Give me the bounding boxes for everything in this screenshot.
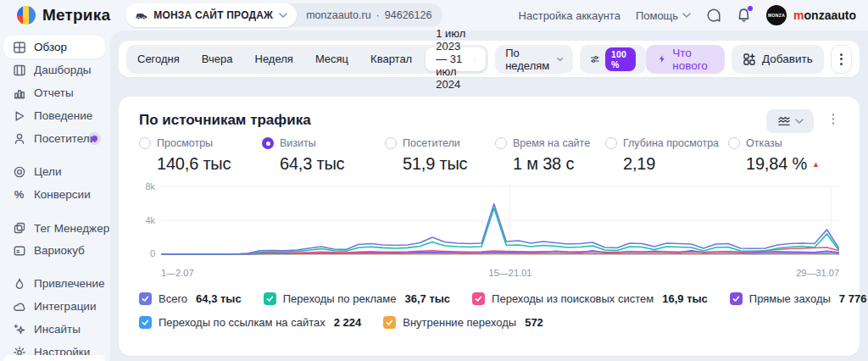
- chevron-down-icon: [557, 57, 564, 62]
- sidebar-item-goals[interactable]: Цели: [3, 160, 105, 183]
- sidebar-collapsed-item[interactable]: [3, 355, 105, 361]
- date-range-value: 1 июл 2023 — 31 июл 2024: [436, 27, 467, 91]
- period-selector: Сегодня Вчера Неделя Месяц Квартал 1 июл…: [126, 45, 488, 74]
- granularity-dropdown[interactable]: По неделям: [495, 45, 573, 74]
- y-tick: 0: [150, 248, 155, 258]
- sampling-badge: 100 %: [605, 47, 636, 71]
- metric-value: 2,19: [623, 154, 728, 174]
- checkbox-checked-icon: [264, 292, 276, 305]
- sparkles-icon: [12, 322, 26, 336]
- car-icon: [135, 11, 147, 20]
- date-range-picker[interactable]: 1 июл 2023 — 31 июл 2024: [426, 47, 486, 71]
- sliders-icon: [590, 53, 600, 66]
- metric-bounce-rate: Отказы 19,84 %▲: [728, 137, 820, 174]
- sidebar-item-integrations[interactable]: Интеграции: [3, 295, 105, 318]
- sidebar: Обзор Дашборды Отчеты Поведение Посетите…: [0, 31, 110, 361]
- variocube-icon: [12, 243, 26, 258]
- period-today[interactable]: Сегодня: [126, 45, 191, 74]
- chevron-down-icon: [279, 13, 287, 18]
- cloud-icon: [12, 299, 26, 314]
- brand-name: Метрика: [42, 6, 110, 25]
- metric-visits: Визиты 64,3 тыс: [262, 137, 385, 174]
- header-right: Настройка аккаунта Помощь MONZA monzaaut…: [519, 5, 856, 25]
- checkbox-checked-icon: [139, 316, 152, 329]
- sidebar-item-label: Обзор: [34, 41, 67, 53]
- chart-legend: Всего 64,3 тыс Переходы по рекламе 36,7 …: [139, 290, 843, 337]
- card-kebab-menu[interactable]: [832, 114, 835, 125]
- card-title: По источникам трафика: [139, 112, 311, 129]
- counter-meta: monzaauto.ru · 94626126: [297, 9, 442, 21]
- radio-icon: [385, 137, 397, 149]
- lightning-icon: [658, 53, 666, 65]
- period-yesterday[interactable]: Вчера: [191, 45, 244, 74]
- add-label: Добавить: [762, 53, 813, 65]
- help-label: Помощь: [636, 9, 678, 22]
- sidebar-item-label: Конверсии: [34, 188, 91, 201]
- sidebar-item-reports[interactable]: Отчеты: [3, 81, 105, 104]
- chart-type-selector[interactable]: [766, 109, 814, 133]
- period-month[interactable]: Месяц: [304, 45, 359, 74]
- sidebar-item-label: Тег Менеджерβ: [34, 220, 114, 235]
- legend-item-site-links[interactable]: Переходы по ссылкам на сайтах 2 224: [139, 316, 361, 329]
- yandex-metrica-app: Метрика МОНЗА САЙТ ПРОДАЖ monzaauto.ru ·…: [0, 0, 868, 361]
- radio-icon: [605, 137, 617, 149]
- period-week[interactable]: Неделя: [244, 45, 304, 74]
- sampling-control[interactable]: 100 %: [580, 45, 646, 74]
- help-menu[interactable]: Помощь: [636, 9, 691, 22]
- metric-radio-row[interactable]: Просмотры: [139, 137, 262, 149]
- metric-radio-row[interactable]: Посетители: [385, 137, 495, 149]
- metrica-logo[interactable]: Метрика: [17, 6, 110, 25]
- sidebar-item-conversions[interactable]: % Конверсии: [3, 183, 105, 206]
- radio-icon: [495, 137, 507, 149]
- period-quarter[interactable]: Квартал: [359, 45, 423, 74]
- metric-pageviews: Просмотры 140,6 тыс: [139, 137, 262, 174]
- dashboards-icon: [12, 63, 26, 77]
- tag-manager-icon: [12, 220, 26, 235]
- add-widget-button[interactable]: Добавить: [732, 45, 824, 74]
- checkbox-checked-icon: [472, 292, 485, 305]
- sidebar-item-label: Привлечение: [34, 277, 105, 290]
- whats-new-label: Что нового: [672, 47, 713, 72]
- chevron-down-icon: [474, 57, 476, 62]
- metric-radio-row[interactable]: Визиты: [262, 137, 385, 149]
- sidebar-item-acquisition[interactable]: Привлечение: [3, 272, 105, 295]
- avatar[interactable]: MONZA: [766, 5, 787, 25]
- whats-new-button[interactable]: Что нового: [646, 45, 725, 74]
- visitors-notification-dot: [92, 136, 97, 142]
- sidebar-item-label: Инсайты: [34, 323, 81, 336]
- sidebar-item-insights[interactable]: Инсайты: [3, 318, 105, 341]
- counter-id: 94626126: [385, 9, 432, 21]
- metric-radio-row[interactable]: Время на сайте: [495, 137, 605, 149]
- sidebar-item-tag-manager[interactable]: Тег Менеджерβ: [3, 216, 105, 239]
- chat-bubble-icon: [706, 8, 721, 23]
- legend-item-internal[interactable]: Внутренние переходы 572: [383, 316, 543, 329]
- metric-radio-row[interactable]: Глубина просмотра: [605, 137, 728, 149]
- counter-selector[interactable]: МОНЗА САЙТ ПРОДАЖ: [125, 3, 297, 27]
- account-settings-link[interactable]: Настройка аккаунта: [519, 9, 620, 22]
- metric-radio-row[interactable]: Отказы: [728, 137, 820, 149]
- behavior-play-icon: [12, 108, 26, 123]
- notifications-button[interactable]: [737, 8, 751, 23]
- metric-value: 64,3 тыс: [280, 154, 385, 174]
- y-axis: 8k 4k 0: [139, 181, 161, 281]
- legend-item-direct[interactable]: Прямые заходы 7 776: [730, 292, 867, 305]
- sidebar-item-behavior[interactable]: Поведение: [3, 104, 105, 127]
- legend-item-total[interactable]: Всего 64,3 тыс: [139, 292, 242, 305]
- line-chart-svg: [161, 181, 839, 263]
- traffic-sources-card: По источникам трафика Просмотры 140,6 ты…: [119, 97, 860, 356]
- sidebar-item-overview[interactable]: Обзор: [3, 36, 105, 58]
- sidebar-item-variocube[interactable]: Вариокуб: [3, 239, 105, 262]
- sidebar-item-dashboards[interactable]: Дашборды: [3, 58, 105, 81]
- top-header: Метрика МОНЗА САЙТ ПРОДАЖ monzaauto.ru ·…: [0, 0, 868, 31]
- metric-value: 1 м 38 с: [513, 154, 605, 174]
- toolbar-kebab-menu[interactable]: [831, 45, 852, 74]
- x-axis: 1—2.07 15—21.01 29—31.07: [161, 268, 839, 281]
- chat-button[interactable]: [706, 8, 721, 23]
- legend-item-search[interactable]: Переходы из поисковых систем 16,9 тыс: [472, 292, 708, 305]
- radio-icon: [139, 137, 151, 149]
- legend-item-ads[interactable]: Переходы по рекламе 36,7 тыс: [264, 292, 450, 305]
- sidebar-item-label: Посетители: [34, 132, 96, 145]
- username[interactable]: monzaauto: [793, 8, 856, 22]
- sidebar-item-visitors[interactable]: Посетители: [3, 127, 105, 150]
- line-chart-plot[interactable]: 1—2.07 15—21.01 29—31.07: [161, 181, 839, 281]
